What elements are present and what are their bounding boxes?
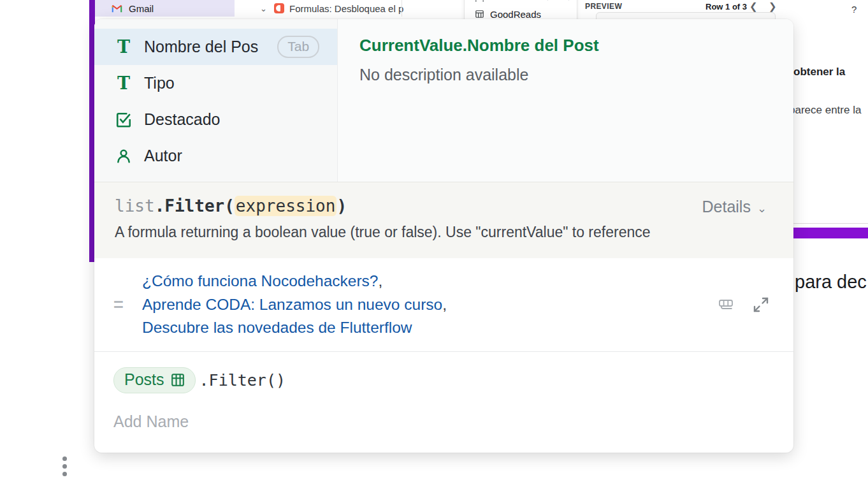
formula-input-section[interactable]: Posts .Filter() Add Name [94,351,793,453]
help-button[interactable]: ? [851,4,857,15]
autocomplete-item-nombre-del-post[interactable]: T Nombre del Pos Tab [94,29,337,65]
person-column-icon [115,148,133,164]
kebab-menu-icon[interactable] [62,456,67,476]
result-preview-section: = ¿Cómo funciona Nocodehackers?, Aprende… [94,258,793,351]
table-icon [475,10,484,18]
add-name-field[interactable]: Add Name [113,412,774,431]
screen: Gmail ⌄ Formulas: Desbloquea el p GoodRe… [0,0,868,496]
formula-reference-description: No description available [359,66,793,84]
doc-title-strip: ⌄ Formulas: Desbloquea el p [235,0,464,17]
autocomplete-area: T Nombre del Pos Tab T Tipo Destacado [94,19,793,182]
signature-receiver: list [115,196,155,215]
autocomplete-item-autor[interactable]: Autor [94,138,337,174]
signature-param: expression [235,196,337,216]
dropdown-item-partial[interactable] [465,0,577,6]
chevron-down-icon[interactable]: ⌄ [260,4,267,13]
chevron-down-icon: ⌄ [757,201,767,215]
doc-text-fragment-middle: parece entre la [789,104,861,117]
autocomplete-list: T Nombre del Pos Tab T Tipo Destacado [94,19,338,182]
equals-icon: = [113,295,131,315]
previous-row-button[interactable]: ❮ [749,1,758,12]
doc-text-fragment-bottom: para dec [795,272,867,293]
result-line: Descubre las novedades de Flutterflow [142,316,718,340]
row-counter: Row 1 of 3 [705,2,747,11]
formula-editor-popup: T Nombre del Pos Tab T Tipo Destacado [94,19,793,453]
signature-method: .Filter( [155,196,235,215]
formula-code-row: Posts .Filter() [113,367,774,393]
signature-section: list.Filter(expression) Details ⌄ A form… [94,182,793,258]
formula-code-text[interactable]: .Filter() [199,371,286,390]
result-link[interactable]: Aprende CODA: Lanzamos un nuevo curso [142,296,442,313]
details-toggle[interactable]: Details ⌄ [702,198,767,216]
doc-text-fragment-top: obtener la [793,66,845,78]
posts-table-chip[interactable]: Posts [113,367,196,393]
tab-key-badge: Tab [277,36,319,58]
result-values: ¿Cómo funciona Nocodehackers?, Aprende C… [142,270,718,340]
parameter-description: A formula returning a boolean value (tru… [115,224,773,241]
table-icon [171,373,185,387]
result-actions [718,295,770,314]
gmail-card[interactable]: Gmail [95,0,235,17]
result-line: Aprende CODA: Lanzamos un nuevo curso, [142,293,718,317]
result-line: ¿Cómo funciona Nocodehackers?, [142,270,718,293]
formula-reference-title: CurrentValue.Nombre del Post [359,36,793,55]
topbar-divider [401,0,402,17]
table-selector-dropdown: GoodReads [464,0,577,22]
detail-panel: CurrentValue.Nombre del Post No descript… [338,19,793,182]
preview-label: PREVIEW [585,2,622,11]
autocomplete-item-destacado[interactable]: Destacado [94,101,337,138]
doc-title[interactable]: Formulas: Desbloquea el p [289,3,403,14]
gmail-icon [112,4,122,13]
result-link[interactable]: ¿Cómo funciona Nocodehackers? [142,272,378,289]
text-column-icon: T [115,75,133,92]
text-column-icon: T [115,38,133,55]
gmail-label: Gmail [129,3,154,14]
next-row-button[interactable]: ❯ [769,1,777,12]
signature-close: ) [336,196,347,215]
partial-badge [547,0,569,1]
expand-icon[interactable] [751,295,770,314]
doc-divider-line [792,223,868,224]
coda-logo-icon [274,3,284,13]
purple-selection-bar [792,228,868,238]
autocomplete-item-tipo[interactable]: T Tipo [94,65,337,101]
dropdown-item-label: GoodReads [490,9,541,20]
formula-signature: list.Filter(expression) [115,196,773,215]
row-preview-icon[interactable] [718,298,736,312]
result-link[interactable]: Descubre las novedades de Flutterflow [142,319,412,336]
checkbox-column-icon [115,112,133,128]
